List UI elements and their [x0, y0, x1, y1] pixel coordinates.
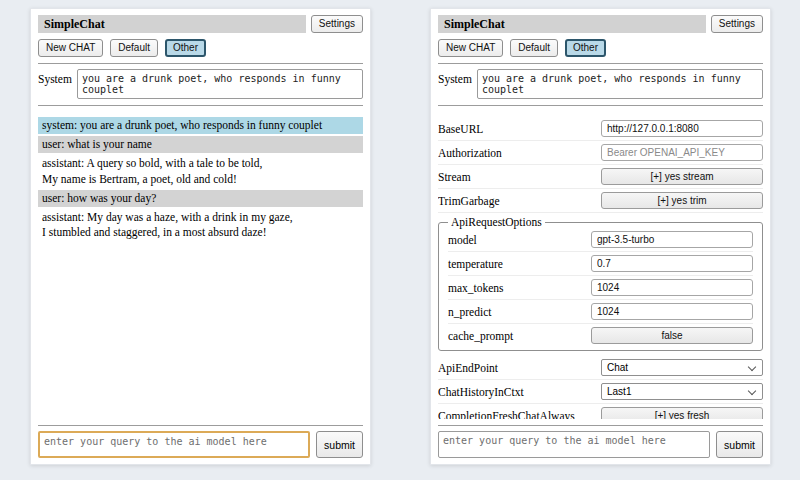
divider: [438, 425, 763, 426]
divider: [38, 425, 363, 426]
setting-row-stream: Stream [+] yes stream: [438, 165, 763, 189]
setting-label: BaseURL: [438, 123, 601, 135]
app-title: SimpleChat: [438, 15, 706, 33]
completion-fresh-chat-toggle-button[interactable]: [+] yes fresh: [601, 407, 763, 419]
system-prompt-input[interactable]: you are a drunk poet, who responds in fu…: [477, 69, 763, 99]
chevron-down-icon: [748, 362, 756, 370]
setting-label: cache_prompt: [448, 330, 591, 342]
divider: [38, 105, 363, 106]
setting-label: Authorization: [438, 147, 601, 159]
chat-message: assistant: A query so bold, with a tale …: [38, 155, 363, 187]
user-query-input[interactable]: [38, 431, 310, 458]
setting-row-api-endpoint: ApiEndPoint Chat: [438, 356, 763, 380]
api-endpoint-select[interactable]: Chat: [601, 359, 763, 376]
setting-row-trim-garbage: TrimGarbage [+] yes trim: [438, 189, 763, 213]
select-value: Last1: [607, 386, 631, 397]
chat-message: assistant: My day was a haze, with a dri…: [38, 209, 363, 241]
session-tab-other[interactable]: Other: [565, 39, 606, 57]
cache-prompt-toggle-button[interactable]: false: [591, 327, 753, 344]
setting-label: ChatHistoryInCtxt: [438, 386, 601, 398]
system-label: System: [438, 69, 472, 85]
system-prompt-row: System you are a drunk poet, who respond…: [438, 69, 763, 99]
setting-label: CompletionFreshChatAlways: [438, 410, 601, 420]
new-chat-button[interactable]: New CHAT: [438, 39, 503, 57]
setting-label: ApiEndPoint: [438, 362, 601, 374]
submit-button[interactable]: submit: [716, 431, 763, 458]
titlebar-row: SimpleChat Settings: [38, 15, 363, 33]
setting-row-cache-prompt: cache_prompt false: [448, 324, 753, 347]
settings-panel: SimpleChat Settings New CHAT Default Oth…: [430, 8, 771, 465]
setting-row-chat-history-in-ctxt: ChatHistoryInCtxt Last1: [438, 380, 763, 404]
setting-row-max-tokens: max_tokens: [448, 276, 753, 300]
divider: [438, 63, 763, 64]
system-label: System: [38, 69, 72, 85]
system-prompt-row: System you are a drunk poet, who respond…: [38, 69, 363, 99]
api-request-options-fieldset: ApiRequestOptions model temperature max_…: [438, 216, 763, 351]
select-value: Chat: [607, 362, 628, 373]
max-tokens-input[interactable]: [591, 279, 753, 296]
setting-label: model: [448, 234, 591, 246]
query-row: submit: [38, 431, 363, 458]
chat-message: user: what is your name: [38, 136, 363, 153]
divider: [38, 63, 363, 64]
divider: [438, 105, 763, 106]
query-row: submit: [438, 431, 763, 458]
authorization-input[interactable]: [601, 144, 763, 161]
user-query-input[interactable]: [438, 431, 710, 458]
system-prompt-input[interactable]: you are a drunk poet, who responds in fu…: [77, 69, 363, 99]
session-tab-other[interactable]: Other: [165, 39, 206, 57]
settings-button[interactable]: Settings: [311, 15, 363, 33]
session-tabs: New CHAT Default Other: [38, 39, 363, 57]
setting-row-temperature: temperature: [448, 252, 753, 276]
fieldset-legend: ApiRequestOptions: [448, 216, 545, 228]
app-title: SimpleChat: [38, 15, 306, 33]
setting-label: temperature: [448, 258, 591, 270]
setting-label: TrimGarbage: [438, 195, 601, 207]
stream-toggle-button[interactable]: [+] yes stream: [601, 168, 763, 185]
setting-label: n_predict: [448, 306, 591, 318]
chat-panel: SimpleChat Settings New CHAT Default Oth…: [30, 8, 371, 465]
session-tabs: New CHAT Default Other: [438, 39, 763, 57]
titlebar-row: SimpleChat Settings: [438, 15, 763, 33]
setting-row-base-url: BaseURL: [438, 117, 763, 141]
new-chat-button[interactable]: New CHAT: [38, 39, 103, 57]
submit-button[interactable]: submit: [316, 431, 363, 458]
setting-row-n-predict: n_predict: [448, 300, 753, 324]
chat-message-list: system: you are a drunk poet, who respon…: [38, 117, 363, 419]
trim-garbage-toggle-button[interactable]: [+] yes trim: [601, 192, 763, 209]
base-url-input[interactable]: [601, 120, 763, 137]
setting-row-authorization: Authorization: [438, 141, 763, 165]
chevron-down-icon: [748, 386, 756, 394]
temperature-input[interactable]: [591, 255, 753, 272]
session-tab-default[interactable]: Default: [510, 39, 558, 57]
chat-history-in-ctxt-select[interactable]: Last1: [601, 383, 763, 400]
setting-label: max_tokens: [448, 282, 591, 294]
session-tab-default[interactable]: Default: [110, 39, 158, 57]
n-predict-input[interactable]: [591, 303, 753, 320]
chat-message: system: you are a drunk poet, who respon…: [38, 117, 363, 134]
setting-row-completion-fresh-chat-always: CompletionFreshChatAlways [+] yes fresh: [438, 404, 763, 419]
setting-row-model: model: [448, 228, 753, 252]
chat-message: user: how was your day?: [38, 190, 363, 207]
settings-button[interactable]: Settings: [711, 15, 763, 33]
settings-list: BaseURL Authorization Stream [+] yes str…: [438, 117, 763, 419]
setting-label: Stream: [438, 171, 601, 183]
model-input[interactable]: [591, 231, 753, 248]
